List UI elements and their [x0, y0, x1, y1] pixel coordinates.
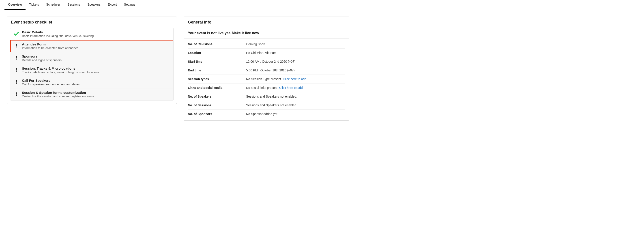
checklist-item[interactable]: !Session, Tracks & MicrolocationsTracks …	[10, 64, 173, 76]
info-value: Coming Soon	[246, 42, 345, 46]
info-value: No Sponsor added yet.	[246, 112, 345, 116]
exclamation-icon: !	[14, 55, 19, 61]
general-info-panel: General info Your event is not live yet.…	[184, 16, 349, 121]
main-content: Event setup checklist Basic DetailsBasic…	[0, 10, 644, 127]
checklist-item[interactable]: Basic DetailsBasic information including…	[10, 28, 173, 40]
info-value: No social links present. Click here to a…	[246, 86, 345, 90]
info-label: No. of Revisions	[188, 42, 246, 46]
checklist-item-text: Call For SpeakersCall for speakers annou…	[22, 78, 80, 86]
tab-sessions[interactable]: Sessions	[64, 0, 84, 10]
info-label: Start time	[188, 60, 246, 63]
checklist-body: Basic DetailsBasic information including…	[7, 28, 177, 104]
checklist-item-text: Session, Tracks & MicrolocationsTracks d…	[22, 66, 99, 74]
checklist-item-title: Sponsors	[22, 54, 62, 58]
checklist-item-desc: Call for speakers announcement and dates	[22, 82, 80, 86]
info-link[interactable]: Click here to add	[283, 77, 306, 81]
info-row: Start time12:00 AM , October 2nd 2020 (+…	[188, 57, 345, 66]
info-value: Sessions and Speakers not enabled.	[246, 104, 345, 107]
info-row: No. of SpeakersSessions and Speakers not…	[188, 92, 345, 101]
info-row: No. of SessionsSessions and Speakers not…	[188, 101, 345, 110]
info-link[interactable]: Click here to add	[279, 86, 303, 90]
checklist-item-desc: Basic information including title, date,…	[22, 34, 94, 38]
info-label: No. of Sessions	[188, 104, 246, 107]
live-status-row[interactable]: Your event is not live yet. Make it live…	[184, 28, 349, 38]
checklist-item-title: Session, Tracks & Microlocations	[22, 66, 99, 70]
info-label: No. of Speakers	[188, 95, 246, 98]
tab-export[interactable]: Export	[104, 0, 120, 10]
checklist-item[interactable]: !Attendee FormInformation to be collecte…	[10, 40, 173, 52]
tab-overview[interactable]: Overview	[4, 0, 26, 10]
info-row: No. of SponsorsNo Sponsor added yet.	[188, 110, 345, 118]
info-row: No. of RevisionsComing Soon	[188, 40, 345, 48]
info-label: No. of Sponsors	[188, 112, 246, 116]
tab-tickets[interactable]: Tickets	[26, 0, 42, 10]
checklist-item[interactable]: !Call For SpeakersCall for speakers anno…	[10, 76, 173, 88]
general-info-header: General info	[184, 17, 349, 28]
info-row: Links and Social MediaNo social links pr…	[188, 84, 345, 92]
tab-speakers[interactable]: Speakers	[84, 0, 104, 10]
exclamation-icon: !	[14, 79, 19, 85]
checklist-item-desc: Customize the session and speaker regist…	[22, 95, 94, 98]
info-row: End time5:00 PM , October 10th 2020 (+07…	[188, 66, 345, 75]
info-label: Links and Social Media	[188, 86, 246, 90]
checklist-item-desc: Tracks details and colors, session lengt…	[22, 70, 99, 74]
check-icon	[14, 31, 19, 36]
info-label: Session types	[188, 77, 246, 81]
info-label: End time	[188, 68, 246, 72]
checklist-item-text: SponsorsDetails and logos of sponsors	[22, 54, 62, 62]
checklist-item[interactable]: !Session & Speaker forms customizationCu…	[10, 88, 173, 100]
checklist-wrap: Basic DetailsBasic information including…	[10, 28, 174, 100]
info-list: No. of RevisionsComing SoonLocationHo Ch…	[184, 38, 349, 120]
info-value: Ho Chi Minh, Vietnam	[246, 51, 345, 54]
checklist-item-desc: Details and logos of sponsors	[22, 58, 62, 62]
checklist-item-desc: Information to be collected from attende…	[22, 46, 78, 50]
checklist-item-title: Session & Speaker forms customization	[22, 91, 94, 94]
exclamation-icon: !	[14, 67, 19, 73]
info-row: LocationHo Chi Minh, Vietnam	[188, 48, 345, 57]
checklist-item-text: Basic DetailsBasic information including…	[22, 30, 94, 38]
checklist-header: Event setup checklist	[7, 17, 177, 28]
checklist-panel: Event setup checklist Basic DetailsBasic…	[7, 16, 177, 104]
checklist-item-text: Attendee FormInformation to be collected…	[22, 42, 78, 50]
tab-settings[interactable]: Settings	[120, 0, 139, 10]
info-value: No Session Type present. Click here to a…	[246, 77, 345, 81]
info-row: Session typesNo Session Type present. Cl…	[188, 75, 345, 84]
checklist-item-title: Attendee Form	[22, 42, 78, 46]
checklist-item[interactable]: !SponsorsDetails and logos of sponsors	[10, 52, 173, 64]
checklist-item-text: Session & Speaker forms customizationCus…	[22, 91, 94, 98]
tabs-nav: OverviewTicketsSchedulerSessionsSpeakers…	[0, 0, 644, 10]
info-value: 12:00 AM , October 2nd 2020 (+07)	[246, 60, 345, 63]
info-value: Sessions and Speakers not enabled.	[246, 95, 345, 98]
checklist-item-title: Basic Details	[22, 30, 94, 34]
tab-scheduler[interactable]: Scheduler	[42, 0, 64, 10]
checklist-item-title: Call For Speakers	[22, 78, 80, 82]
info-label: Location	[188, 51, 246, 54]
info-value: 5:00 PM , October 10th 2020 (+07)	[246, 68, 345, 72]
exclamation-icon: !	[14, 43, 19, 48]
exclamation-icon: !	[14, 91, 19, 97]
